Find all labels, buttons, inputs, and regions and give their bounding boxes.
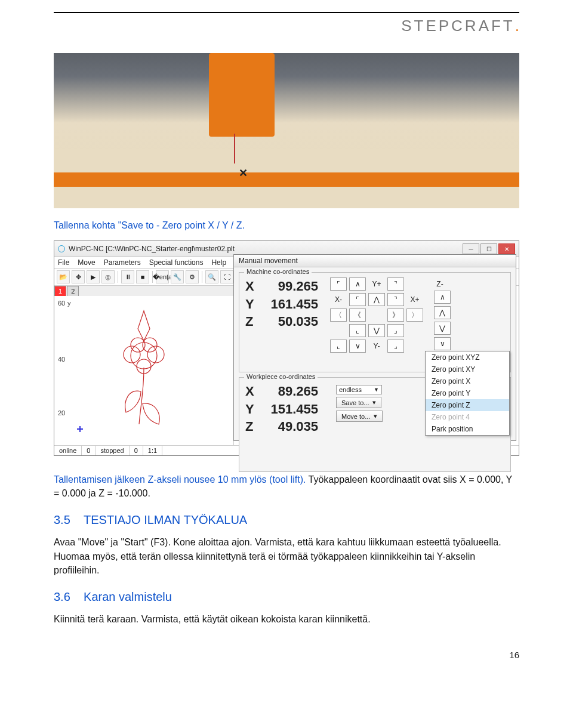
machine-coords: X99.265 Y161.455 Z50.035 (245, 277, 318, 331)
brand-name: STEPCRAFT (401, 17, 515, 35)
jog-yp-fast[interactable]: ⋀ (368, 293, 385, 306)
tool-fit-icon[interactable]: ⛶ (220, 270, 233, 283)
tool-pause-icon[interactable]: ⏸ (121, 270, 134, 283)
status-stopped: stopped (96, 446, 129, 455)
close-button[interactable]: ✕ (498, 243, 515, 254)
jog-zp[interactable]: ∨ (434, 337, 451, 350)
ytick-40: 40 (58, 356, 65, 363)
lbl-xp: X+ (406, 293, 423, 306)
move-to-button[interactable]: Move to...▾ (336, 411, 383, 422)
lbl-xm: X- (330, 293, 347, 306)
brand-logo: STEPCRAFT. (54, 17, 519, 35)
tool-stop-icon[interactable]: ■ (136, 270, 149, 283)
lbl-ym: Y- (368, 340, 385, 353)
wc-z: 49.035 (258, 418, 318, 436)
jog-xm-ym-fast[interactable]: ⌞ (349, 324, 366, 337)
workpiece-coords: X89.265 Y151.455 Z49.035 (245, 382, 318, 436)
ytick-60: 60 (58, 300, 65, 307)
sec36-title: Karan valmistelu (84, 590, 172, 603)
sec35-title: TESTIAJO ILMAN TYÖKALUA (84, 513, 247, 526)
page-number: 16 (54, 650, 519, 660)
step-value: endless (339, 386, 362, 393)
ytick-20: 20 (58, 409, 65, 417)
tab-1[interactable]: 1 (54, 286, 66, 296)
jog-ym-fast[interactable]: ⋁ (368, 324, 385, 337)
tool-a-icon[interactable]: �ența (156, 270, 169, 283)
ylabel: y (67, 300, 71, 307)
maximize-button[interactable]: ☐ (480, 243, 497, 254)
sec35-num: 3.5 (54, 513, 70, 526)
jog-xm-fast[interactable]: 《 (349, 309, 366, 322)
menu-zero-y[interactable]: Zero point Y (426, 387, 509, 399)
jog-xm-yp-fast[interactable]: ⌜ (349, 293, 366, 306)
tool-open-icon[interactable]: 📂 (57, 270, 70, 283)
status-online: online (54, 446, 82, 455)
status-b: 0 (82, 446, 96, 455)
jog-zp-fast[interactable]: ⋁ (434, 322, 451, 335)
tool-zoom-icon[interactable]: 🔍 (205, 270, 218, 283)
jog-xp-fast[interactable]: 》 (387, 309, 404, 322)
jog-xm-yp[interactable]: ⌜ (330, 277, 347, 291)
menu-parameters[interactable]: Parameters (104, 258, 141, 267)
tool-c-icon[interactable]: ⚙ (186, 270, 199, 283)
chevron-down-icon: ▾ (372, 399, 376, 406)
menu-zero-xyz[interactable]: Zero point XYZ (426, 351, 509, 363)
section-3-6-heading: 3.6 Karan valmistelu (54, 590, 519, 604)
brand-dot: . (515, 17, 519, 35)
jog-xp-ym[interactable]: ⌟ (387, 340, 404, 353)
wc-y: 151.455 (258, 400, 318, 418)
section-3-5-heading: 3.5 TESTIAJO ILMAN TYÖKALUA (54, 513, 519, 527)
jog-zm[interactable]: ∧ (434, 291, 451, 304)
tool-play-icon[interactable]: ▶ (87, 270, 100, 283)
save-to-button[interactable]: Save to...▾ (336, 397, 381, 408)
machine-photo: ✕ (54, 53, 519, 208)
menu-zero-xy[interactable]: Zero point XY (426, 363, 509, 375)
preview-plot[interactable]: 60 y 40 20 (54, 296, 233, 445)
jog-zm-fast[interactable]: ⋀ (434, 306, 451, 319)
para-testrun: Avaa "Move" ja "Start" (F3). Kone aloitt… (54, 535, 519, 577)
winpcnc-window: WinPC-NC [C:\WinPC-NC_Starter-engl\muste… (54, 240, 519, 456)
group-label-mc: Machine co-ordinates (244, 268, 312, 275)
menu-zero-z[interactable]: Zero point Z (426, 399, 509, 411)
jog-xp-yp-fast[interactable]: ⌝ (387, 293, 404, 306)
para-spindle: Kiinnitä terä karaan. Varmista, että käy… (54, 612, 519, 626)
jog-xm[interactable]: 〈 (330, 309, 347, 322)
toolpath-preview (108, 308, 180, 427)
lbl-yp: Y+ (368, 277, 385, 291)
tab-2[interactable]: 2 (67, 286, 79, 296)
menu-move[interactable]: Move (78, 258, 95, 267)
menu-special[interactable]: Special functions (149, 258, 204, 267)
jog-xp[interactable]: 〉 (406, 309, 423, 322)
caption-save-zero: Tallenna kohta "Save to - Zero point X /… (54, 220, 519, 231)
tool-target-icon[interactable]: ◎ (101, 270, 115, 283)
app-icon (58, 245, 65, 252)
jog-xp-ym-fast[interactable]: ⌟ (387, 324, 404, 337)
header-rule (54, 12, 519, 13)
tool-b-icon[interactable]: 🔧 (171, 270, 184, 283)
status-zoom: 1:1 (143, 446, 162, 455)
menu-park[interactable]: Park position (426, 423, 509, 435)
jog-xm-ym[interactable]: ⌞ (330, 340, 347, 353)
jog-xp-yp[interactable]: ⌝ (387, 277, 404, 291)
mc-x: 99.265 (258, 277, 318, 295)
lbl-zm: Z- (429, 277, 451, 291)
chevron-down-icon: ▾ (374, 412, 377, 420)
save-to-label: Save to... (341, 399, 369, 406)
dialog-title[interactable]: Manual movement (234, 255, 516, 267)
zero-point-menu: Zero point XYZ Zero point XY Zero point … (425, 351, 510, 436)
minimize-button[interactable]: ─ (463, 243, 479, 254)
menu-file[interactable]: File (58, 258, 69, 267)
menu-zero-x[interactable]: Zero point X (426, 375, 509, 387)
menu-zero-4: Zero point 4 (426, 411, 509, 423)
jog-ym[interactable]: ∨ (349, 340, 366, 353)
jog-yp[interactable]: ∧ (349, 277, 366, 291)
origin-icon (77, 426, 83, 432)
mc-y: 161.455 (258, 295, 318, 313)
step-select[interactable]: endless▼ (336, 385, 382, 394)
para-after-save: Tallentamisen jälkeen Z-akseli nousee 10… (54, 473, 519, 500)
menu-help[interactable]: Help (211, 258, 226, 267)
chevron-down-icon: ▼ (374, 387, 379, 393)
manual-movement-dialog: Manual movement Machine co-ordinates X99… (233, 254, 516, 441)
status-d: 0 (130, 446, 143, 455)
tool-move-icon[interactable]: ✥ (72, 270, 85, 283)
